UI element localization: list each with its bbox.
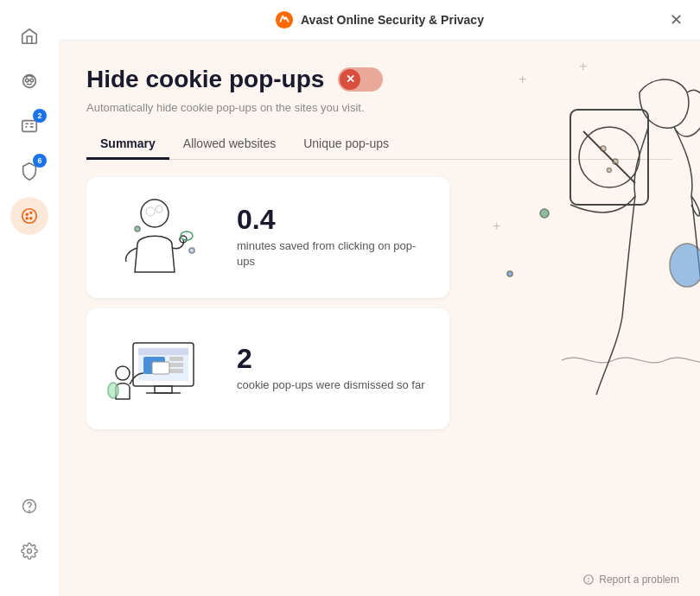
svg-rect-21: [155, 386, 172, 393]
popups-dismissed-desc: cookie pop-ups were dismissed so far: [237, 377, 425, 393]
svg-point-30: [108, 383, 118, 398]
svg-rect-3: [22, 121, 37, 132]
right-illustration: + + +: [475, 58, 700, 403]
svg-point-40: [540, 209, 549, 218]
card2-illustration: [107, 326, 220, 412]
header-title-text: Avast Online Security & Privacy: [301, 13, 484, 27]
svg-text:+: +: [493, 219, 500, 233]
minutes-saved-card: 0.4 minutes saved from clicking on pop-u…: [86, 177, 449, 298]
svg-point-14: [146, 207, 155, 216]
svg-point-37: [601, 146, 606, 151]
close-button[interactable]: ✕: [670, 12, 683, 28]
svg-line-36: [583, 131, 635, 183]
svg-rect-25: [169, 357, 183, 361]
feature-toggle[interactable]: ✕: [338, 67, 383, 92]
footer: Report a problem: [59, 567, 700, 596]
svg-point-6: [30, 212, 32, 213]
svg-point-39: [608, 168, 612, 173]
svg-point-38: [613, 159, 618, 164]
ads-badge: 2: [33, 109, 47, 123]
sidebar: 2 6: [0, 0, 59, 596]
card1-illustration: [107, 194, 220, 281]
svg-point-1: [25, 79, 29, 82]
svg-text:+: +: [519, 72, 526, 86]
minutes-saved-text: 0.4 minutes saved from clicking on pop-u…: [237, 205, 429, 270]
sidebar-item-help[interactable]: [10, 487, 48, 525]
svg-point-7: [30, 218, 32, 219]
svg-point-19: [189, 248, 194, 253]
header-bar: Avast Online Security & Privacy ✕: [59, 0, 700, 41]
svg-point-10: [29, 510, 30, 511]
sidebar-item-settings[interactable]: [10, 532, 48, 570]
page-title: Hide cookie pop-ups: [86, 65, 324, 94]
sidebar-item-spy[interactable]: [10, 62, 48, 100]
sidebar-top: 2 6: [10, 17, 48, 235]
avast-logo: [275, 10, 294, 29]
svg-point-4: [22, 209, 37, 224]
svg-text:+: +: [579, 59, 587, 73]
minutes-saved-number: 0.4: [237, 205, 429, 235]
report-icon: [582, 574, 595, 586]
svg-rect-27: [169, 369, 183, 373]
tab-unique-popups[interactable]: Unique pop-ups: [290, 130, 403, 160]
sidebar-item-home[interactable]: [10, 17, 48, 55]
popups-dismissed-card: 2 cookie pop-ups were dismissed so far: [86, 308, 449, 429]
sidebar-bottom: [10, 487, 48, 579]
header-title: Avast Online Security & Privacy: [275, 10, 484, 29]
toggle-knob: ✕: [340, 69, 360, 90]
svg-point-12: [276, 11, 293, 29]
page-content: Hide cookie pop-ups ✕ Automatically hide…: [59, 41, 700, 567]
popups-dismissed-text: 2 cookie pop-ups were dismissed so far: [237, 344, 425, 393]
report-problem-link[interactable]: Report a problem: [582, 574, 679, 586]
svg-point-42: [670, 244, 700, 287]
svg-point-8: [26, 218, 28, 219]
toggle-container[interactable]: ✕: [338, 67, 383, 92]
svg-point-15: [156, 206, 162, 212]
svg-rect-26: [169, 363, 183, 367]
shield-badge: 6: [33, 154, 47, 168]
svg-point-18: [135, 226, 140, 231]
svg-rect-23: [138, 348, 188, 355]
stats-cards: 0.4 minutes saved from clicking on pop-u…: [86, 177, 449, 429]
main-content: Avast Online Security & Privacy ✕ Hide c…: [59, 0, 700, 596]
popups-dismissed-number: 2: [237, 344, 425, 374]
svg-rect-28: [152, 362, 169, 374]
sidebar-item-shield[interactable]: 6: [10, 152, 48, 190]
svg-point-11: [28, 549, 32, 554]
svg-point-5: [26, 213, 28, 215]
svg-point-41: [507, 271, 512, 276]
sidebar-item-cookie[interactable]: [10, 197, 48, 235]
report-problem-label: Report a problem: [599, 574, 679, 586]
svg-point-45: [589, 581, 589, 582]
tab-allowed-websites[interactable]: Allowed websites: [169, 130, 290, 160]
svg-point-29: [116, 366, 130, 380]
svg-point-2: [30, 79, 34, 82]
tab-summary[interactable]: Summary: [86, 130, 169, 160]
sidebar-item-ads[interactable]: 2: [10, 107, 48, 145]
minutes-saved-desc: minutes saved from clicking on pop-ups: [237, 238, 429, 269]
